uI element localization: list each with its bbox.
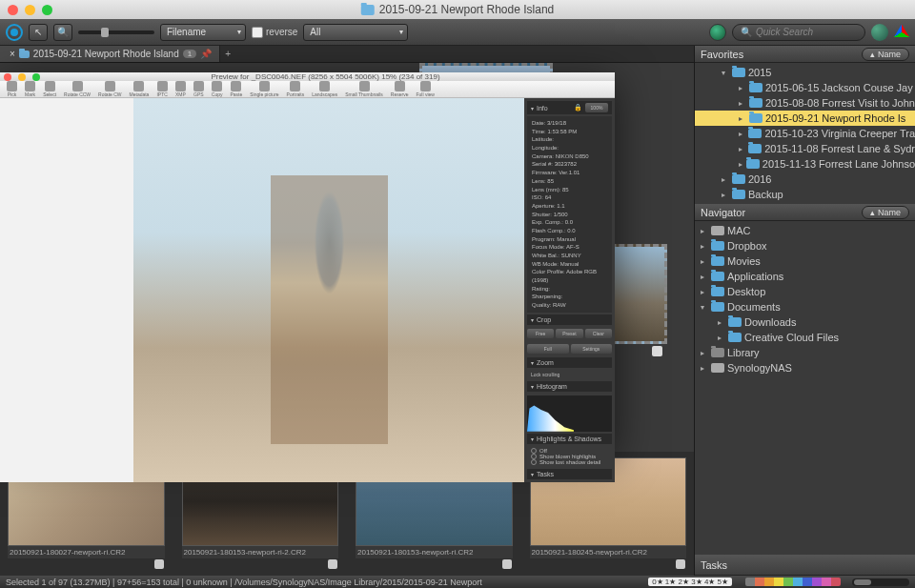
upload-globe-icon[interactable] — [709, 24, 726, 41]
xmp-button[interactable]: XMP — [173, 81, 189, 97]
reserve-button[interactable]: Reserve — [388, 81, 412, 97]
color-swatch[interactable] — [764, 578, 774, 586]
tree-row[interactable]: ▸Creative Cloud Files — [695, 330, 915, 345]
tab-folder[interactable]: × 2015-09-21 Newport Rhode Island 1 📌 — [0, 46, 220, 62]
tree-row[interactable]: ▸2016 — [695, 172, 915, 187]
color-swatch[interactable] — [783, 578, 793, 586]
disclosure-triangle-icon[interactable]: ▸ — [701, 227, 708, 235]
tree-row[interactable]: ▾Documents — [695, 299, 915, 314]
close-icon[interactable] — [4, 73, 11, 81]
tree-row[interactable]: ▸2015-11-08 Forrest Lane & Sydr — [695, 141, 915, 156]
color-swatch[interactable] — [822, 578, 831, 586]
tree-row[interactable]: ▸Library — [695, 345, 915, 360]
highlights-shadows-header[interactable]: Highlights & Shadows — [527, 434, 612, 444]
tree-row[interactable]: ▸Backup — [695, 187, 915, 202]
gps-button[interactable]: GPS — [191, 81, 207, 97]
crop-free-button[interactable]: Free — [527, 329, 554, 338]
minimize-icon[interactable] — [18, 73, 26, 81]
disclosure-triangle-icon[interactable]: ▸ — [701, 242, 708, 251]
zoom-panel-header[interactable]: Zoom — [527, 357, 612, 368]
disclosure-triangle-icon[interactable]: ▾ — [722, 69, 729, 77]
disclosure-triangle-icon[interactable]: ▸ — [701, 273, 708, 281]
disclosure-triangle-icon[interactable]: ▸ — [718, 334, 725, 342]
crop-preset-button[interactable]: Preset — [556, 329, 582, 338]
color-swatch[interactable] — [831, 578, 841, 586]
color-triangle-icon[interactable] — [894, 25, 909, 40]
rotate-cw-button[interactable]: Rotate CW — [95, 81, 124, 97]
crop-panel-header[interactable]: Crop — [527, 314, 612, 325]
disclosure-triangle-icon[interactable]: ▸ — [701, 349, 708, 357]
minimize-window-button[interactable] — [25, 5, 35, 15]
disclosure-triangle-icon[interactable]: ▸ — [739, 84, 746, 92]
lock-icon[interactable]: 🔒 — [574, 104, 582, 112]
portraits-button[interactable]: Portraits — [284, 81, 308, 97]
disclosure-triangle-icon[interactable]: ▸ — [739, 145, 745, 153]
color-swatch[interactable] — [803, 578, 812, 586]
tree-row[interactable]: ▸2015-09-21 Newport Rhode Is — [695, 111, 915, 126]
zoom-icon[interactable] — [32, 73, 40, 81]
tree-row[interactable]: ▸SynologyNAS — [695, 360, 915, 375]
paste-button[interactable]: Paste — [227, 81, 245, 97]
tasks-panel-header[interactable]: Tasks — [695, 555, 915, 576]
close-window-button[interactable] — [8, 5, 18, 15]
preview-photo[interactable] — [133, 98, 524, 482]
tree-row[interactable]: ▸MAC — [695, 223, 915, 238]
color-swatch[interactable] — [755, 578, 764, 586]
tree-row[interactable]: ▸Dropbox — [695, 238, 915, 253]
thumbnail-checkbox[interactable] — [154, 559, 164, 569]
full-view-button[interactable]: Full view — [413, 81, 437, 97]
tree-row[interactable]: ▸Downloads — [695, 314, 915, 330]
color-swatch[interactable] — [793, 578, 803, 586]
mark-button[interactable]: Mark — [22, 81, 38, 97]
color-swatch[interactable] — [812, 578, 822, 586]
settings-gear-icon[interactable] — [6, 24, 23, 41]
iptc-button[interactable]: IPTC — [153, 81, 170, 97]
close-tab-icon[interactable]: × — [10, 49, 15, 59]
disclosure-triangle-icon[interactable]: ▸ — [701, 288, 708, 296]
new-tab-button[interactable]: + — [220, 46, 235, 62]
color-swatch[interactable] — [745, 578, 755, 586]
crop-clear-button[interactable]: Clear — [585, 329, 612, 338]
disclosure-triangle-icon[interactable]: ▸ — [739, 114, 746, 123]
single-picture-button[interactable]: Single picture — [247, 81, 281, 97]
thumbnail-checkbox[interactable] — [676, 559, 685, 569]
zoom-pct[interactable]: 100% — [585, 103, 608, 112]
tree-row[interactable]: ▸2015-06-15 Jackson Couse Jay — [695, 80, 915, 95]
sort-name-button[interactable]: ▴ Name — [862, 48, 909, 61]
disclosure-triangle-icon[interactable]: ▸ — [722, 191, 729, 199]
disclosure-triangle-icon[interactable]: ▸ — [718, 318, 725, 327]
zoom-window-button[interactable] — [42, 5, 52, 15]
thumbnail-size-slider[interactable] — [78, 30, 154, 34]
filter-dropdown[interactable]: All — [303, 24, 408, 41]
color-swatch[interactable] — [774, 578, 783, 586]
hs-option[interactable]: Show lost shadow detail — [531, 459, 608, 465]
horizontal-scrollbar[interactable] — [852, 578, 909, 586]
small-thumbnails-button[interactable]: Small Thumbnails — [342, 81, 386, 97]
tree-row[interactable]: ▸Desktop — [695, 284, 915, 299]
disclosure-triangle-icon[interactable]: ▸ — [722, 175, 729, 184]
disclosure-triangle-icon[interactable]: ▸ — [701, 257, 708, 266]
histogram-panel-header[interactable]: Histogram — [527, 381, 612, 392]
tree-row[interactable]: ▾2015 — [695, 65, 915, 80]
color-label-filter[interactable] — [745, 578, 841, 586]
tree-row[interactable]: ▸2015-08-08 Forrest Visit to John — [695, 95, 915, 111]
sort-name-button[interactable]: ▴ Name — [862, 206, 909, 219]
rating-filter[interactable]: 0★ 1★ 2★ 3★ 4★ 5★ — [648, 578, 732, 586]
crop-full-button[interactable]: Full — [527, 344, 569, 354]
disclosure-triangle-icon[interactable]: ▸ — [739, 160, 743, 169]
crop-settings-button[interactable]: Settings — [571, 344, 613, 354]
color-target-icon[interactable] — [871, 24, 888, 41]
thumbnail-checkbox[interactable] — [502, 559, 512, 569]
pin-icon[interactable]: 📌 — [200, 49, 212, 59]
thumbnail-checkbox[interactable] — [652, 346, 662, 356]
rotate-ccw-button[interactable]: Rotate CCW — [61, 81, 93, 97]
quick-search-input[interactable]: 🔍 Quick Search — [732, 24, 865, 41]
info-panel-header[interactable]: Info 🔒 100% — [527, 101, 612, 114]
pointer-tool-button[interactable]: ↖ — [29, 24, 48, 41]
sort-field-dropdown[interactable]: Filename — [160, 24, 246, 41]
favorites-panel-header[interactable]: Favorites ▴ Name — [695, 46, 915, 63]
tasks-panel-header[interactable]: Tasks — [527, 469, 612, 479]
navigator-panel-header[interactable]: Navigator ▴ Name — [695, 204, 915, 221]
disclosure-triangle-icon[interactable]: ▸ — [739, 130, 745, 138]
disclosure-triangle-icon[interactable]: ▸ — [739, 99, 746, 108]
